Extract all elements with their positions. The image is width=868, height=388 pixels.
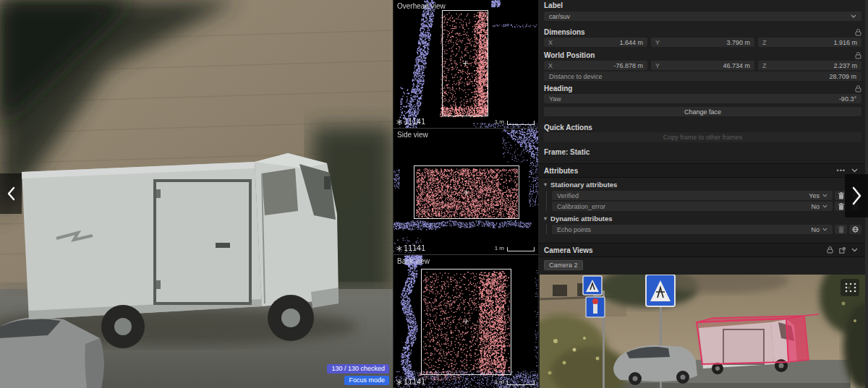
dimension-x-field[interactable]: X1.644 m (544, 38, 647, 47)
object-inspector-panel: Label car/suv Dimensions X1.644 m Y3.790… (538, 0, 868, 388)
dimensions-fields: X1.644 m Y3.790 m Z1.916 m (544, 38, 861, 47)
camera-2-thumbnail[interactable] (540, 275, 865, 388)
echo-points-select[interactable]: Echo points No (552, 225, 833, 234)
lock-icon[interactable] (827, 246, 833, 254)
snowflake-icon (396, 246, 402, 251)
globe-icon (852, 226, 859, 233)
back-scale: 1 m (495, 379, 535, 385)
snowflake-icon (396, 119, 402, 125)
open-external-icon[interactable] (839, 247, 846, 254)
back-view-label: Back view (397, 257, 430, 265)
crossing-sign-small (583, 276, 602, 295)
previous-frame-button[interactable] (0, 173, 22, 214)
distance-to-device-row: Distance to device 28.709 m (544, 72, 861, 81)
overhead-scale: 1 m (495, 118, 535, 125)
lock-icon[interactable] (855, 29, 861, 36)
delete-attribute-button[interactable] (835, 225, 847, 234)
position-y-field[interactable]: Y46.734 m (651, 61, 754, 70)
lock-icon[interactable] (855, 52, 861, 59)
side-point-count: 11141 (396, 244, 425, 252)
overhead-point-count: 11141 (396, 118, 425, 126)
apply-all-frames-button[interactable] (849, 225, 861, 234)
lock-icon[interactable] (855, 85, 861, 92)
verified-select[interactable]: Verified Yes (552, 191, 833, 200)
attributes-menu-icon[interactable]: ••• (837, 167, 846, 174)
next-frame-button[interactable] (845, 174, 868, 217)
main-camera-image[interactable]: 130 / 130 checked Focus mode (0, 0, 393, 388)
focus-mode-button[interactable]: Focus mode (344, 376, 389, 385)
chevron-right-icon (851, 186, 861, 205)
attributes-section-header[interactable]: Attributes ••• (538, 163, 865, 178)
crossing-sign-large (646, 275, 675, 306)
yaw-field[interactable]: Yaw -90.3° (544, 94, 861, 103)
overhead-pointcloud-canvas[interactable] (393, 0, 539, 128)
group-stationary-attributes[interactable]: ▾ Stationary attributes (544, 180, 861, 189)
snowflake-icon (396, 379, 402, 385)
chevron-down-icon (822, 204, 827, 208)
attribute-row-verified: Verified Yes (552, 191, 861, 200)
side-pointcloud-canvas[interactable] (393, 129, 539, 254)
label-section-title: Label (544, 1, 861, 9)
position-z-field[interactable]: Z2.237 m (758, 61, 861, 70)
trash-icon (838, 192, 844, 199)
heading-section-title: Heading (544, 85, 861, 92)
side-view-panel[interactable]: Side view 11141 1 m (393, 129, 539, 254)
chevron-down-icon (822, 194, 827, 197)
back-point-count: 11141 (396, 378, 425, 386)
chevron-down-icon[interactable] (851, 168, 858, 173)
back-pointcloud-canvas[interactable] (393, 255, 539, 388)
collapse-triangle-icon: ▾ (544, 182, 547, 188)
side-view-label: Side view (397, 131, 428, 139)
overhead-view-label: Overhead view (397, 2, 446, 10)
position-x-field[interactable]: X-76.878 m (544, 61, 647, 70)
dimensions-section-title: Dimensions (544, 28, 861, 36)
quick-actions-title: Quick Actions (544, 124, 861, 132)
street-photo (0, 0, 393, 388)
chevron-down-icon[interactable] (851, 248, 858, 252)
frame-status-text: Frame: Static (544, 148, 590, 156)
trash-icon (838, 203, 844, 210)
frames-checked-badge: 130 / 130 checked (327, 364, 389, 374)
scale-bar (507, 247, 535, 251)
back-view-panel[interactable]: Back view 11141 1 m (393, 255, 539, 388)
camera-views-section-header[interactable]: Camera Views (538, 243, 865, 257)
chevron-down-icon (822, 228, 827, 231)
dimension-z-field[interactable]: Z1.916 m (758, 38, 861, 47)
ortho-views-column: Overhead view 11141 1 m Side view 11141 … (393, 0, 538, 388)
calibration-error-select[interactable]: Calibration_error No (552, 202, 833, 211)
side-scale: 1 m (495, 245, 535, 251)
copy-frame-button[interactable]: Copy frame to other frames (544, 132, 861, 142)
attributes-body: ▾ Stationary attributes Verified Yes (544, 180, 861, 237)
selection-3d-box (697, 314, 819, 364)
blue-sign (586, 297, 605, 317)
chevron-left-icon (7, 186, 15, 201)
scale-bar (507, 121, 535, 125)
chevron-down-icon (851, 14, 856, 18)
change-face-button[interactable]: Change face (544, 107, 861, 116)
label-dropdown[interactable]: car/suv (544, 12, 861, 21)
group-dynamic-attributes[interactable]: ▾ Dynamic attributes (544, 214, 861, 223)
camera-2-tab[interactable]: Camera 2 (544, 260, 583, 270)
world-position-fields: X-76.878 m Y46.734 m Z2.237 m (544, 61, 861, 70)
collapse-triangle-icon: ▾ (544, 216, 547, 222)
attribute-row-echo-points: Echo points No (552, 225, 861, 234)
attribute-row-calibration-error: Calibration_error No (552, 202, 861, 211)
scale-bar (507, 381, 535, 385)
camera-2-image (540, 275, 865, 388)
trash-icon (838, 226, 844, 233)
overhead-view-panel[interactable]: Overhead view 11141 1 m (393, 0, 539, 128)
expand-icon (841, 279, 859, 296)
world-position-section-title: World Position (544, 51, 861, 59)
dimension-y-field[interactable]: Y3.790 m (651, 38, 754, 47)
